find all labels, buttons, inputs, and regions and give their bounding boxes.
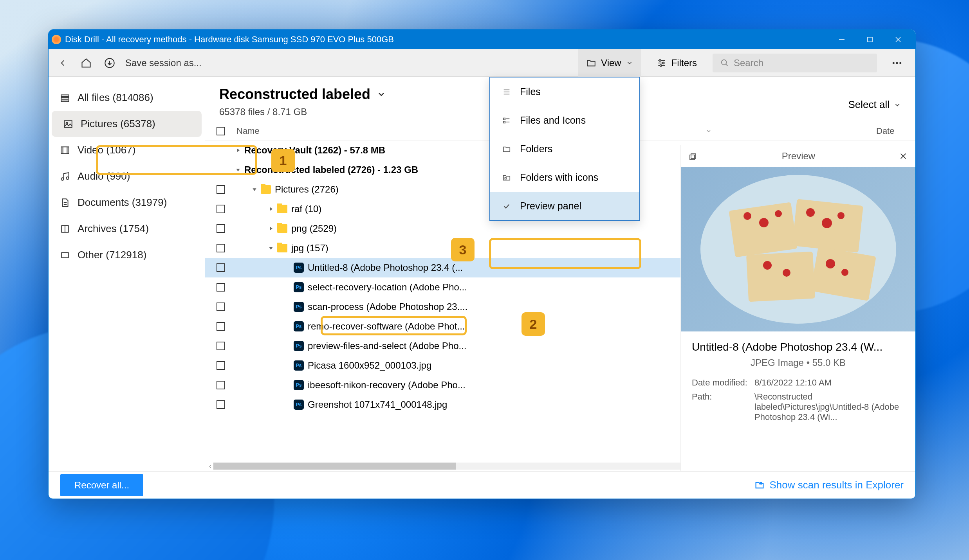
row-label: raf (10) [291, 203, 321, 214]
more-menu-button[interactable] [885, 57, 909, 69]
column-date[interactable]: Date [876, 126, 915, 136]
row-label: ibeesoft-nikon-recovery (Adobe Pho... [308, 380, 466, 391]
svg-marker-36 [269, 247, 272, 250]
chevron-down-icon [377, 90, 386, 99]
menu-item-icon [501, 88, 512, 96]
search-icon [720, 59, 729, 67]
svg-point-14 [896, 62, 898, 64]
svg-point-24 [61, 178, 64, 180]
row-checkbox[interactable] [210, 205, 232, 213]
chevron-down-icon[interactable] [248, 186, 261, 193]
titlebar: Disk Drill - All recovery methods - Hard… [49, 30, 915, 49]
photoshop-icon: Ps [294, 360, 304, 371]
sidebar-item-label: Archives (1754) [78, 223, 149, 235]
filters-button[interactable]: Filters [649, 49, 705, 77]
other-icon [60, 250, 70, 261]
svg-rect-17 [61, 97, 69, 99]
sidebar-item-label: Pictures (65378) [81, 118, 155, 130]
preview-date-label: Date modified: [692, 378, 754, 388]
menu-item-label: Folders with icons [520, 172, 598, 183]
row-checkbox[interactable] [210, 361, 232, 370]
search-placeholder: Search [734, 58, 763, 68]
chevron-right-icon[interactable] [265, 206, 277, 212]
svg-rect-30 [61, 252, 68, 257]
show-in-explorer-link[interactable]: Show scan results in Explorer [754, 479, 904, 491]
folder-icon [277, 205, 287, 213]
close-preview-icon[interactable] [899, 152, 908, 160]
row-checkbox[interactable] [210, 322, 232, 331]
recover-all-button[interactable]: Recover all... [60, 474, 143, 496]
sidebar-item-archives[interactable]: Archives (1754) [49, 216, 205, 242]
view-menu-item[interactable]: Folders [490, 135, 639, 163]
svg-rect-18 [61, 100, 69, 101]
view-dropdown-menu: FilesFiles and IconsFoldersFolders with … [489, 77, 640, 221]
sidebar-item-other[interactable]: Other (712918) [49, 242, 205, 268]
popout-icon[interactable] [689, 151, 698, 161]
annotation-3-border [489, 238, 641, 269]
chevron-right-icon[interactable] [265, 225, 277, 232]
toolbar: Save session as... View Filters Search [49, 49, 915, 77]
row-checkbox[interactable] [210, 263, 232, 272]
save-session-button[interactable]: Save session as... [125, 58, 202, 68]
home-button[interactable] [78, 55, 94, 71]
row-checkbox[interactable] [210, 185, 232, 194]
menu-item-icon [501, 173, 512, 182]
view-menu-item[interactable]: Files [490, 77, 639, 106]
view-menu-item[interactable]: Preview panel [490, 192, 639, 220]
preview-path-value: \Reconstructed labeled\Pictures\jpg\Unti… [754, 392, 904, 422]
chevron-down-icon[interactable] [265, 245, 277, 251]
footer: Recover all... Show scan results in Expl… [49, 471, 915, 499]
photoshop-icon: Ps [294, 321, 304, 331]
svg-marker-35 [270, 227, 272, 230]
back-button[interactable] [55, 55, 70, 71]
row-checkbox[interactable] [210, 224, 232, 233]
row-label: Greenshot 1071x741_000148.jpg [308, 399, 447, 410]
app-icon [52, 35, 61, 44]
folder-icon [261, 185, 271, 194]
row-label: jpg (157) [291, 243, 328, 254]
preview-meta: JPEG Image • 55.0 KB [692, 357, 904, 368]
select-all-button[interactable]: Select all [848, 99, 902, 111]
sidebar-item-pictures[interactable]: Pictures (65378) [52, 111, 202, 137]
preview-panel: Preview [680, 145, 915, 471]
preview-path-label: Path: [692, 392, 754, 422]
view-dropdown[interactable]: View [578, 49, 641, 77]
row-checkbox[interactable] [210, 303, 232, 311]
photoshop-icon: Ps [294, 380, 304, 390]
row-checkbox[interactable] [210, 381, 232, 389]
annotation-2-border [321, 316, 467, 335]
svg-marker-34 [270, 207, 272, 211]
menu-item-icon [501, 145, 512, 153]
minimize-button[interactable] [828, 30, 856, 49]
view-menu-item[interactable]: Files and Icons [490, 106, 639, 135]
svg-line-12 [726, 64, 728, 66]
row-label: select-recovery-location (Adobe Pho... [308, 282, 467, 293]
header-checkbox[interactable] [210, 126, 232, 136]
sidebar-item-all-files[interactable]: All files (814086) [49, 85, 205, 111]
document-icon [60, 197, 70, 208]
photoshop-icon: Ps [294, 400, 304, 410]
window-title: Disk Drill - All recovery methods - Hard… [65, 34, 828, 45]
svg-point-9 [662, 62, 664, 63]
sidebar-item-documents[interactable]: Documents (31979) [49, 189, 205, 216]
preview-filename: Untitled-8 (Adobe Photoshop 23.4 (W... [692, 341, 904, 353]
sidebar-item-label: All files (814086) [78, 92, 153, 104]
row-label: Pictures (2726) [275, 184, 339, 195]
annotation-3: 3 [451, 238, 475, 261]
svg-point-25 [66, 177, 69, 180]
svg-rect-38 [690, 155, 695, 160]
sidebar-item-label: Other (712918) [78, 249, 146, 261]
row-checkbox[interactable] [210, 244, 232, 252]
download-button[interactable] [102, 55, 117, 71]
row-checkbox[interactable] [210, 400, 232, 409]
svg-rect-21 [61, 147, 69, 153]
row-checkbox[interactable] [210, 283, 232, 292]
close-button[interactable] [884, 30, 912, 49]
search-input[interactable]: Search [713, 54, 877, 72]
maximize-button[interactable] [856, 30, 884, 49]
row-checkbox[interactable] [210, 342, 232, 350]
view-label: View [601, 58, 621, 68]
view-menu-item[interactable]: Folders with icons [490, 163, 639, 192]
image-icon [63, 119, 74, 130]
stack-icon [60, 92, 70, 103]
